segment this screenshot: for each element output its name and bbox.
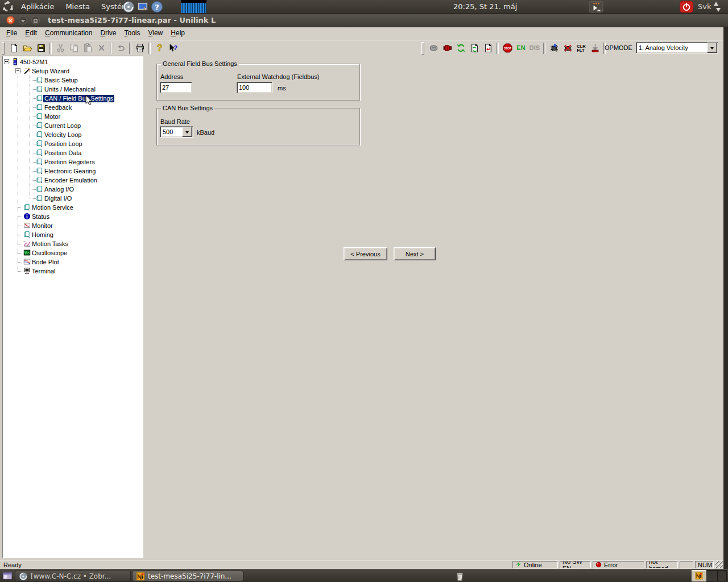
page-refresh-button[interactable] xyxy=(468,41,481,55)
tree-item-motion-service[interactable]: Motion Service xyxy=(3,203,143,212)
tree-item-feedback[interactable]: Feedback xyxy=(3,103,143,112)
copy-button[interactable] xyxy=(67,41,81,55)
tree-item-oscilloscope[interactable]: Oscilloscope xyxy=(3,248,143,257)
panel-menu-aplik-cie[interactable]: Aplikácie xyxy=(15,0,60,14)
new-file-button[interactable] xyxy=(7,41,20,55)
tree-item-label[interactable]: Homing xyxy=(31,231,55,239)
disable-button[interactable]: DIS xyxy=(528,41,541,55)
tree-item-current-loop[interactable]: Current Loop xyxy=(3,121,143,130)
watchdog-input[interactable] xyxy=(237,82,272,93)
motor-button[interactable] xyxy=(440,41,454,55)
collapse-expander-icon[interactable] xyxy=(15,68,20,73)
tree-item-status[interactable]: Status xyxy=(3,212,143,221)
taskbar-task-active[interactable]: test-mesa5i25-7i77-lin... xyxy=(132,571,243,581)
title-bar[interactable]: test-mesa5i25-7i77-linear.par - Unilink … xyxy=(0,14,728,27)
refresh-button[interactable] xyxy=(454,41,468,55)
tree-item-label[interactable]: Motion Service xyxy=(31,204,75,211)
clear-fault-button[interactable]: CLR FLT xyxy=(574,41,588,55)
stop-button[interactable]: STOP xyxy=(500,41,514,55)
tree-item-monitor[interactable]: Monitor xyxy=(3,221,143,230)
show-desktop-icon[interactable] xyxy=(1,570,14,582)
help-question-button[interactable]: ? xyxy=(152,41,166,55)
tree-item-position-registers[interactable]: Position Registers xyxy=(3,157,143,167)
tree-item-analog-i-o[interactable]: Analog I/O xyxy=(3,185,143,194)
menu-drive[interactable]: Drive xyxy=(96,27,120,39)
taskbar-task-inactive[interactable]: [www.C-N-C.cz • Zobr... xyxy=(15,571,131,581)
tree-item-label[interactable]: Terminal xyxy=(31,268,57,275)
context-help-button[interactable]: ? xyxy=(166,41,180,55)
tree-item-label[interactable]: 450-52M1 xyxy=(19,59,49,66)
file-manager-launcher-icon[interactable] xyxy=(136,1,149,13)
tree-item-label[interactable]: Setup Wizard xyxy=(31,68,71,75)
open-file-button[interactable] xyxy=(20,41,34,55)
keyboard-layout-indicator[interactable]: Svk xyxy=(698,0,711,13)
menu-tools[interactable]: Tools xyxy=(120,27,144,39)
tree-item-setup-wizard[interactable]: Setup Wizard xyxy=(3,66,143,76)
maximize-button[interactable] xyxy=(31,16,40,24)
page-return-button[interactable] xyxy=(481,41,495,55)
tree-item-label[interactable]: Electronic Gearing xyxy=(43,168,97,175)
cut-button[interactable] xyxy=(53,41,67,55)
undo-button[interactable] xyxy=(114,41,127,55)
collapse-expander-icon[interactable] xyxy=(4,59,9,64)
distro-logo-icon[interactable] xyxy=(2,1,14,13)
tree-item-electronic-gearing[interactable]: Electronic Gearing xyxy=(3,167,143,176)
workspace-3[interactable] xyxy=(718,570,727,581)
tree-item-label[interactable]: Encoder Emulation xyxy=(43,177,98,184)
baud-rate-combobox[interactable]: 500 xyxy=(160,126,193,138)
tree-item-label[interactable]: Units / Mechanical xyxy=(43,86,97,93)
menu-communication[interactable]: Communication xyxy=(41,27,96,39)
tree-item-450-52m1[interactable]: 450-52M1 xyxy=(3,57,143,66)
panel-menu-miesta[interactable]: Miesta xyxy=(60,0,96,14)
tree-item-homing[interactable]: Homing xyxy=(3,230,143,239)
tree-item-label[interactable]: Bode Plot xyxy=(31,259,60,266)
tree-item-terminal[interactable]: Terminal xyxy=(3,267,143,276)
close-button[interactable] xyxy=(6,16,15,24)
tree-item-label[interactable]: Digital I/O xyxy=(43,195,73,202)
tree-item-velocity-loop[interactable]: Velocity Loop xyxy=(3,130,143,139)
menu-file[interactable]: File xyxy=(2,27,21,39)
tree-item-label[interactable]: Position Data xyxy=(43,149,82,157)
tree-item-position-data[interactable]: Position Data xyxy=(3,148,143,157)
help-launcher-icon[interactable]: ? xyxy=(151,1,163,13)
tree-item-encoder-emulation[interactable]: Encoder Emulation xyxy=(3,176,143,185)
enable-button[interactable]: EN xyxy=(514,41,528,55)
print-button[interactable] xyxy=(133,41,147,55)
tree-item-label[interactable]: Motion Tasks xyxy=(31,240,69,248)
workspace-2[interactable] xyxy=(706,570,718,581)
cpu-graph-applet[interactable] xyxy=(181,0,206,13)
resize-grip[interactable] xyxy=(715,561,723,568)
paste-button[interactable] xyxy=(81,41,94,55)
tree-item-label[interactable]: Basic Setup xyxy=(43,77,79,84)
tree-item-digital-i-o[interactable]: Digital I/O xyxy=(3,194,143,203)
opmode-dropdown-button[interactable] xyxy=(707,43,717,53)
tree-item-label[interactable]: Position Loop xyxy=(43,140,84,148)
tree-item-label[interactable]: Oscilloscope xyxy=(31,250,68,257)
trash-icon[interactable] xyxy=(454,570,466,582)
load-default-button[interactable] xyxy=(588,41,602,55)
tree-item-motor[interactable]: Motor xyxy=(3,112,143,121)
menu-edit[interactable]: Edit xyxy=(21,27,41,39)
connect-button[interactable] xyxy=(427,41,440,55)
tree-item-label[interactable]: Current Loop xyxy=(43,122,82,130)
tree-item-label[interactable]: CAN / Field Bus Settings xyxy=(43,95,114,102)
tree-item-label[interactable]: Analog I/O xyxy=(43,186,75,193)
tree-item-label[interactable]: Feedback xyxy=(43,104,73,111)
tree-item-motion-tasks[interactable]: vtMotion Tasks xyxy=(3,239,143,248)
minimize-button[interactable] xyxy=(19,16,27,24)
tree-item-basic-setup[interactable]: Basic Setup xyxy=(3,76,143,85)
toolbar-handle[interactable] xyxy=(421,42,424,55)
tree-item-position-loop[interactable]: Position Loop xyxy=(3,139,143,148)
chip-save-button[interactable] xyxy=(547,41,561,55)
browser-launcher-icon[interactable] xyxy=(122,1,135,13)
tree-item-units-mechanical[interactable]: Units / Mechanical xyxy=(3,85,143,94)
power-button-icon[interactable] xyxy=(679,1,694,13)
tree-item-can-field-bus-settings[interactable]: CAN / Field Bus Settings xyxy=(3,94,143,103)
tree-item-label[interactable]: Status xyxy=(31,213,51,221)
tree-item-bode-plot[interactable]: Bode Plot xyxy=(3,257,143,267)
toolbar-handle[interactable] xyxy=(2,42,5,55)
menu-help[interactable]: Help xyxy=(167,27,189,39)
save-button[interactable] xyxy=(34,41,48,55)
tree-item-label[interactable]: Velocity Loop xyxy=(43,131,82,139)
address-input[interactable] xyxy=(160,82,192,93)
